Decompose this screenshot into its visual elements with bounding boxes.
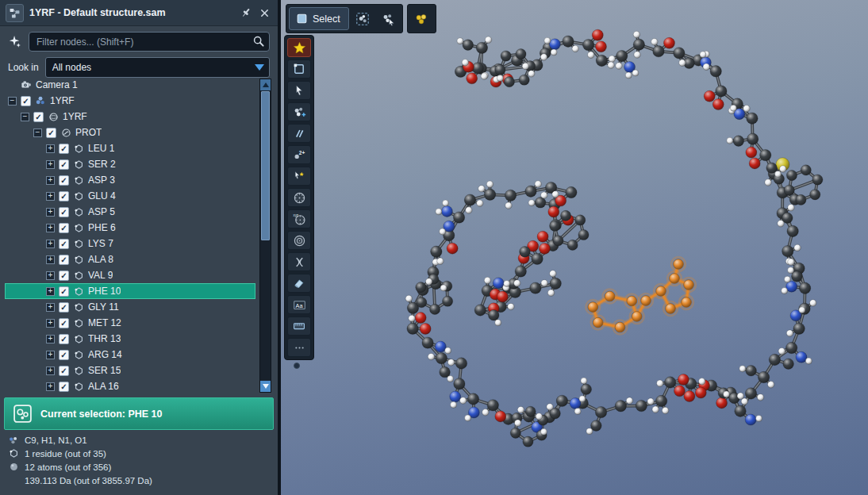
tree-row-1yrf[interactable]: −✓1YRF bbox=[5, 93, 255, 109]
tree-row-leu-1[interactable]: +✓LEU 1 bbox=[5, 140, 255, 156]
atom-count-row: 12 atoms (out of 356) bbox=[8, 460, 273, 474]
highlight-selection-button[interactable] bbox=[410, 7, 433, 30]
chevron-down-icon bbox=[255, 64, 264, 71]
expand-icon[interactable]: + bbox=[46, 366, 55, 375]
expand-icon[interactable]: + bbox=[46, 287, 55, 296]
select-mode-button[interactable]: Select bbox=[289, 7, 349, 30]
expand-icon[interactable]: + bbox=[46, 319, 55, 328]
expand-icon[interactable]: + bbox=[46, 382, 55, 391]
expand-icon[interactable]: + bbox=[46, 303, 55, 312]
tool-ruler[interactable] bbox=[287, 317, 311, 336]
node-visibility-checkbox[interactable]: ✓ bbox=[59, 239, 69, 249]
tree-row-prot[interactable]: −✓PROT bbox=[5, 125, 255, 140]
tree-row-val-9[interactable]: +✓VAL 9 bbox=[5, 267, 255, 283]
toolbar-handle[interactable] bbox=[294, 363, 300, 369]
tool-eraser[interactable] bbox=[287, 274, 311, 293]
molecule-render bbox=[281, 0, 868, 495]
star-icon bbox=[293, 41, 306, 55]
collapse-icon[interactable]: − bbox=[8, 97, 17, 106]
look-in-dropdown[interactable]: All nodes bbox=[45, 57, 270, 78]
node-visibility-checkbox[interactable]: ✓ bbox=[59, 159, 69, 170]
tree-row-asp-5[interactable]: +✓ASP 5 bbox=[5, 204, 255, 220]
expand-icon[interactable]: + bbox=[46, 351, 55, 359]
expand-icon[interactable]: + bbox=[46, 192, 55, 201]
tree-row-camera-1[interactable]: Camera 1 bbox=[5, 77, 255, 93]
collapse-icon[interactable]: − bbox=[33, 129, 42, 137]
tree-label: SER 15 bbox=[88, 365, 121, 376]
tree-row-glu-4[interactable]: +✓GLU 4 bbox=[5, 188, 255, 204]
select-connected-button[interactable] bbox=[351, 7, 374, 30]
tree-row-ala-8[interactable]: +✓ALA 8 bbox=[5, 251, 255, 267]
tree-row-arg-14[interactable]: +✓ARG 14 bbox=[5, 347, 255, 363]
node-visibility-checkbox[interactable]: ✓ bbox=[59, 302, 69, 313]
node-visibility-checkbox[interactable]: ✓ bbox=[59, 271, 69, 281]
node-visibility-checkbox[interactable]: ✓ bbox=[21, 96, 31, 106]
node-visibility-checkbox[interactable]: ✓ bbox=[59, 175, 69, 186]
filter-sparkle-icon[interactable] bbox=[6, 33, 24, 51]
node-visibility-checkbox[interactable]: ✓ bbox=[33, 112, 44, 122]
node-visibility-checkbox[interactable]: ✓ bbox=[59, 286, 69, 297]
tree-row-asp-3[interactable]: +✓ASP 3 bbox=[5, 172, 255, 188]
dial-rings-icon bbox=[293, 234, 306, 248]
cursor-icon bbox=[293, 84, 305, 97]
tool-labels[interactable]: Aa bbox=[287, 295, 311, 314]
tool-more-tools[interactable] bbox=[287, 338, 311, 357]
expand-icon[interactable]: + bbox=[46, 144, 55, 153]
close-icon[interactable] bbox=[258, 6, 271, 19]
node-visibility-checkbox[interactable]: ✓ bbox=[59, 382, 69, 392]
tool-measure[interactable] bbox=[287, 124, 311, 143]
node-visibility-checkbox[interactable]: ✓ bbox=[59, 191, 69, 201]
pin-icon[interactable] bbox=[240, 6, 252, 19]
expand-icon[interactable]: + bbox=[46, 335, 55, 343]
tool-pointer[interactable] bbox=[287, 81, 311, 100]
tool-selection-box[interactable] bbox=[287, 59, 311, 79]
tool-smart-select[interactable] bbox=[287, 167, 311, 186]
composition-row: C9, H1, N1, O1 bbox=[8, 433, 273, 447]
collapse-icon[interactable]: − bbox=[21, 113, 29, 121]
tree-row-gly-11[interactable]: +✓GLY 11 bbox=[5, 299, 255, 315]
expand-icon[interactable]: + bbox=[46, 240, 55, 248]
node-visibility-checkbox[interactable]: ✓ bbox=[59, 350, 69, 360]
tree-row-phe-6[interactable]: +✓PHE 6 bbox=[5, 220, 255, 236]
filter-nodes-input[interactable] bbox=[29, 32, 270, 52]
tool-twist[interactable] bbox=[287, 252, 311, 271]
residue-icon bbox=[73, 143, 84, 154]
tree-row-ala-16[interactable]: +✓ALA 16 bbox=[5, 378, 255, 394]
expand-icon[interactable]: + bbox=[46, 208, 55, 217]
scrollbar-thumb[interactable] bbox=[261, 91, 270, 240]
tool-rotate-view[interactable] bbox=[287, 188, 311, 207]
node-visibility-checkbox[interactable]: ✓ bbox=[59, 223, 69, 233]
node-visibility-checkbox[interactable]: ✓ bbox=[59, 366, 69, 376]
node-visibility-checkbox[interactable]: ✓ bbox=[59, 334, 69, 344]
tool-presets[interactable] bbox=[287, 38, 311, 57]
mass-spacer bbox=[8, 475, 19, 486]
tree-row-phe-10[interactable]: +✓PHE 10 bbox=[5, 283, 255, 299]
expand-icon[interactable]: + bbox=[46, 160, 55, 169]
expand-icon[interactable]: + bbox=[46, 255, 55, 264]
node-visibility-checkbox[interactable]: ✓ bbox=[46, 128, 56, 138]
tree-row-met-12[interactable]: +✓MET 12 bbox=[5, 315, 255, 331]
select-similar-button[interactable] bbox=[377, 7, 400, 30]
tree-row-ser-2[interactable]: +✓SER 2 bbox=[5, 156, 255, 172]
tool-add-structure[interactable] bbox=[287, 102, 311, 121]
tree-row-1yrf[interactable]: −✓1YRF bbox=[5, 109, 255, 125]
expand-icon[interactable]: + bbox=[46, 224, 55, 232]
scroll-up-button[interactable] bbox=[260, 79, 271, 90]
scroll-down-button[interactable] bbox=[260, 381, 271, 392]
tree-row-thr-13[interactable]: +✓THR 13 bbox=[5, 331, 255, 347]
tool-orbit[interactable] bbox=[287, 231, 311, 250]
tool-translate-xyz[interactable]: xyz bbox=[287, 209, 311, 228]
tree-row-ser-15[interactable]: +✓SER 15 bbox=[5, 363, 255, 378]
node-visibility-checkbox[interactable]: ✓ bbox=[59, 207, 69, 217]
expand-icon[interactable]: + bbox=[46, 271, 55, 280]
search-icon bbox=[252, 35, 265, 51]
node-visibility-checkbox[interactable]: ✓ bbox=[59, 144, 69, 154]
node-visibility-checkbox[interactable]: ✓ bbox=[59, 255, 69, 265]
tool-charges[interactable]: 2+ bbox=[287, 145, 311, 164]
expand-icon[interactable]: + bbox=[46, 176, 55, 185]
viewport-3d[interactable]: Select 2+xyzAa bbox=[278, 0, 868, 495]
tree-scrollbar[interactable] bbox=[259, 79, 271, 393]
node-visibility-checkbox[interactable]: ✓ bbox=[59, 318, 69, 328]
tree-row-lys-7[interactable]: +✓LYS 7 bbox=[5, 236, 255, 251]
molecule-select-icon bbox=[355, 12, 370, 26]
